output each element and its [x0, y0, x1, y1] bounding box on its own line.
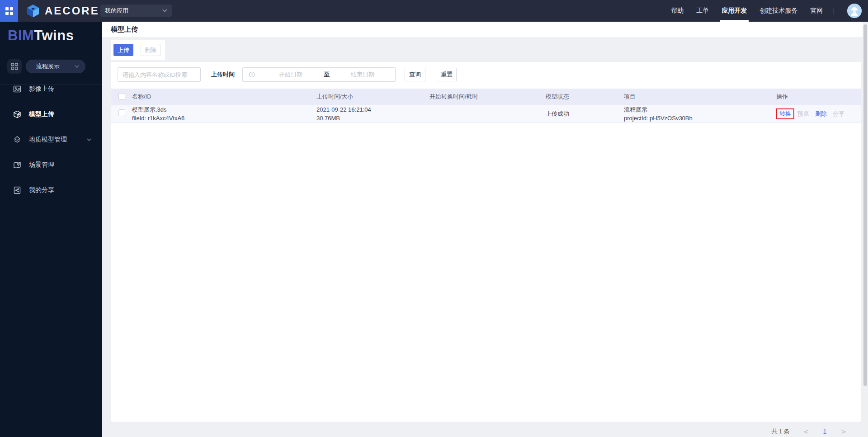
share-action-link[interactable]: 分享	[833, 110, 844, 118]
sidebar-item-label: 模型上传	[29, 110, 54, 118]
topnav-app-dev[interactable]: 应用开发	[715, 0, 753, 22]
sidebar-item-my-share[interactable]: 我的分享	[0, 178, 102, 203]
search-input[interactable]	[118, 67, 201, 82]
geology-model-icon	[13, 135, 22, 144]
status-text: 上传成功	[546, 110, 569, 118]
table-row: 模型展示.3ds fileId: r1kAxc4VtxA6 2021-09-22…	[111, 105, 861, 123]
user-avatar[interactable]	[847, 4, 862, 18]
page-title-bar: 模型上传	[102, 22, 868, 37]
sidebar: BIMTwins 流程展示	[0, 22, 102, 437]
project-select-value: 流程展示	[36, 62, 75, 70]
highlight-box: 转换	[776, 108, 794, 119]
sidebar-logo-bim: BIM	[8, 28, 34, 43]
main-area: 模型上传 上传 删除 上传时间 开始日期 至 结束日期	[102, 22, 868, 437]
preview-action-link[interactable]: 预览	[797, 110, 809, 118]
project-name: 流程展示	[624, 105, 693, 114]
file-size: 30.76MB	[316, 114, 371, 122]
brand-name: AECORE	[45, 5, 99, 17]
sidebar-app-switch-row: 流程展示	[0, 55, 102, 78]
sidebar-logo: BIMTwins	[8, 28, 74, 44]
image-upload-icon	[13, 85, 22, 94]
chevron-down-icon	[87, 138, 91, 141]
chevron-down-icon	[162, 9, 167, 12]
end-date-placeholder[interactable]: 结束日期	[338, 70, 387, 79]
chevron-down-icon	[75, 65, 79, 68]
app-grid-icon	[11, 63, 18, 70]
sidebar-item-image-upload[interactable]: 影像上传	[0, 76, 102, 102]
content-card: 上传时间 开始日期 至 结束日期 查询 重置 名称/ID	[111, 62, 861, 422]
sidebar-item-label: 场景管理	[29, 161, 54, 169]
topnav-workorder[interactable]: 工单	[690, 0, 715, 22]
filter-row: 上传时间 开始日期 至 结束日期 查询 重置	[111, 67, 861, 82]
topnav-tech-service[interactable]: 创建技术服务	[753, 0, 804, 22]
col-model-status: 模型状态	[546, 89, 569, 105]
topbar: AECORE 我的应用 帮助 工单 应用开发 创建技术服务 官网 |	[0, 0, 868, 22]
convert-action-link[interactable]: 转换	[779, 110, 791, 117]
brand[interactable]: AECORE	[25, 0, 99, 22]
sidebar-item-label: 影像上传	[29, 85, 54, 93]
col-upload-time-size: 上传时间/大小	[316, 89, 354, 105]
col-name-id: 名称/ID	[132, 89, 151, 105]
scene-manage-icon	[13, 160, 22, 169]
app-select-value: 我的应用	[105, 7, 162, 15]
sidebar-item-label: 地质模型管理	[29, 136, 67, 144]
sidebar-logo-twins: Twins	[34, 28, 74, 43]
app-grid-button[interactable]	[7, 59, 22, 74]
file-id: fileId: r1kAxc4VtxA6	[132, 114, 184, 122]
upload-time-label: 上传时间	[211, 67, 235, 82]
my-share-icon	[13, 186, 22, 195]
apps-grid-icon	[5, 7, 13, 15]
sidebar-item-scene-manage[interactable]: 场景管理	[0, 152, 102, 178]
table-header: 名称/ID 上传时间/大小 开始转换时间/耗时 模型状态 项目 操作	[111, 89, 861, 105]
topnav-official-site[interactable]: 官网	[804, 0, 829, 22]
next-page-button[interactable]: >	[838, 428, 849, 435]
upload-button[interactable]: 上传	[113, 44, 133, 56]
toolbar-panel: 上传 删除	[111, 40, 165, 60]
app-select[interactable]: 我的应用	[100, 5, 172, 17]
current-page-number[interactable]: 1	[823, 428, 826, 435]
row-actions: 转换 预览 删除 分享	[776, 105, 844, 123]
reset-button[interactable]: 重置	[437, 68, 457, 81]
upload-time: 2021-09-22 16:21:04	[316, 105, 371, 114]
clock-icon	[249, 71, 255, 78]
brand-cube-icon	[25, 3, 41, 19]
model-name: 模型展示.3ds	[132, 105, 184, 114]
date-to-label: 至	[324, 70, 330, 79]
col-convert-time: 开始转换时间/耗时	[429, 89, 478, 105]
sidebar-menu: 影像上传 模型上传	[0, 76, 102, 203]
scrollbar-track[interactable]	[863, 22, 868, 437]
topnav-divider: |	[833, 7, 835, 14]
sidebar-item-label: 我的分享	[29, 186, 54, 194]
delete-button[interactable]: 删除	[141, 44, 160, 56]
start-date-placeholder[interactable]: 开始日期	[266, 70, 316, 79]
col-actions: 操作	[776, 89, 788, 105]
sidebar-item-model-upload[interactable]: 模型上传	[0, 102, 102, 127]
scrollbar-thumb[interactable]	[863, 24, 867, 386]
apps-grid-button[interactable]	[0, 0, 18, 22]
page-title: 模型上传	[111, 22, 138, 37]
engineer-avatar-icon	[847, 4, 862, 18]
pagination: 共 1 条 < 1 >	[771, 426, 849, 437]
topnav-help[interactable]: 帮助	[665, 0, 690, 22]
row-checkbox[interactable]	[118, 109, 125, 116]
project-id: projectId: pH5VzOSv30Bh	[624, 114, 693, 122]
topnav: 帮助 工单 应用开发 创建技术服务 官网 |	[665, 0, 838, 22]
col-project: 项目	[624, 89, 636, 105]
project-select[interactable]: 流程展示	[26, 60, 85, 73]
date-range-picker[interactable]: 开始日期 至 结束日期	[242, 67, 396, 82]
prev-page-button[interactable]: <	[801, 428, 811, 435]
select-all-checkbox[interactable]	[118, 93, 125, 100]
app-page: AECORE 我的应用 帮助 工单 应用开发 创建技术服务 官网 |	[0, 0, 868, 437]
delete-action-link[interactable]: 删除	[815, 110, 827, 118]
query-button[interactable]: 查询	[405, 68, 425, 81]
pagination-total: 共 1 条	[771, 428, 789, 436]
model-upload-icon	[13, 110, 22, 119]
sidebar-item-geology-model[interactable]: 地质模型管理	[0, 127, 102, 152]
